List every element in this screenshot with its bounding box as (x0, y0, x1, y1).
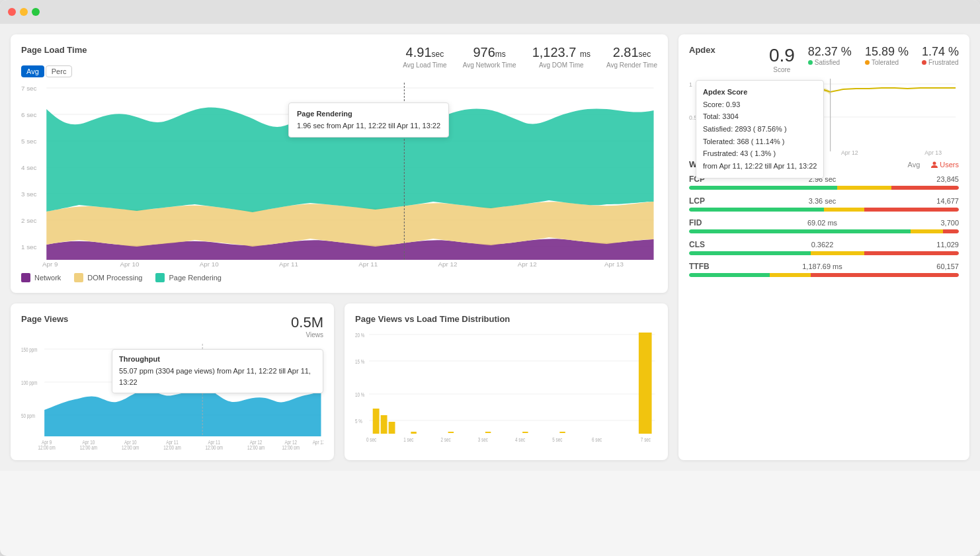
svg-text:12:00 am: 12:00 am (247, 444, 265, 450)
svg-text:12:00 pm: 12:00 pm (36, 267, 63, 268)
avg-load-stat: 4.91sec Avg Load Time (403, 45, 447, 69)
wv-users-fid: 3,700 (929, 219, 959, 227)
apdex-tolerated-block: 15.89 % Tolerated (865, 45, 909, 66)
apdex-satisfied-label: Satisfied (808, 59, 852, 66)
pv-header: Page Views 0.5M Views (21, 314, 323, 338)
close-button[interactable] (8, 8, 16, 16)
apdex-tooltip-frustrated: Frustrated: 43 ( 1.3% ) (703, 147, 817, 160)
browser-window: Page Load Time Avg Perc 4.91sec Avg Load… (0, 0, 980, 556)
wv-yellow-cls (811, 251, 865, 255)
svg-text:4 sec: 4 sec (21, 164, 37, 171)
wv-bar-cls (689, 251, 959, 255)
avg-button[interactable]: Avg (21, 65, 44, 77)
distribution-card: Page Views vs Load Time Distribution 20 … (345, 303, 668, 460)
apdex-satisfied-value: 82.37 % (808, 45, 852, 59)
svg-text:3 sec: 3 sec (478, 436, 488, 443)
svg-text:100 ppm: 100 ppm (21, 379, 38, 386)
wv-green-ttfb (689, 273, 770, 277)
avg-load-value: 4.91sec (403, 45, 447, 60)
apdex-tooltip-satisfied: Satisfied: 2893 ( 87.56% ) (703, 123, 817, 136)
apdex-frustrated-value: 1.74 % (922, 45, 959, 59)
svg-text:12:00 pm: 12:00 pm (122, 444, 139, 450)
svg-text:Apr 10: Apr 10 (200, 260, 219, 267)
wv-red-lcp (864, 208, 959, 212)
maximize-button[interactable] (32, 8, 40, 16)
perc-button[interactable]: Perc (46, 65, 73, 77)
svg-text:15 %: 15 % (355, 358, 364, 365)
wv-value-cls: 0.3622 (811, 241, 834, 249)
svg-text:20 %: 20 % (355, 332, 364, 338)
svg-text:12:00 pm: 12:00 pm (514, 267, 541, 268)
plt-title-area: Page Load Time Avg Perc (21, 45, 87, 77)
network-color-dot (21, 273, 30, 282)
svg-text:2 sec: 2 sec (21, 217, 37, 223)
page-views-chart: 150 ppm 100 ppm 50 ppm (21, 344, 323, 450)
apdex-frustrated-block: 1.74 % Frustrated (922, 45, 959, 66)
svg-text:Apr 9: Apr 9 (42, 260, 58, 267)
plt-stats: 4.91sec Avg Load Time 976ms Avg Network … (403, 45, 657, 69)
apdex-tooltip: Apdex Score Score: 0.93 Total: 3304 Sati… (696, 80, 824, 179)
svg-text:Apr 13: Apr 13 (313, 439, 323, 446)
wv-red-fcp (891, 186, 959, 190)
svg-text:12:00 pm: 12:00 pm (282, 444, 300, 450)
web-vitals-rows: FCP 2.96 sec 23,845 LCP 3.36 sec 14,677 (689, 175, 959, 277)
bottom-row: Page Views 0.5M Views 150 ppm 100 ppm 50… (11, 303, 668, 460)
svg-text:5 %: 5 % (355, 418, 362, 424)
svg-rect-76 (485, 432, 491, 433)
svg-text:Apr 13: Apr 13 (924, 149, 942, 156)
avg-dom-value: 1,123.7 ms (532, 45, 591, 60)
svg-text:2 sec: 2 sec (441, 436, 451, 443)
avg-render-label: Avg Render Time (606, 61, 657, 69)
apdex-frustrated-label: Frustrated (922, 59, 959, 66)
wv-header-right: Avg Users (908, 161, 960, 169)
apdex-stats: 0.9 Score 82.37 % Satisfied 15.89 % (769, 45, 959, 73)
distribution-svg: 20 % 15 % 10 % 5 % (355, 329, 657, 448)
apdex-tooltip-score: Score: 0.93 (703, 99, 817, 111)
avg-render-stat: 2.81sec Avg Render Time (606, 45, 657, 69)
svg-text:Apr 11: Apr 11 (279, 260, 298, 267)
pv-total-value: 0.5M (291, 314, 323, 331)
wv-row-cls: CLS 0.3622 11,029 (689, 240, 959, 255)
svg-text:12:00 pm: 12:00 pm (38, 444, 55, 450)
svg-text:1 sec: 1 sec (21, 243, 37, 250)
wv-users-lcp: 14,677 (929, 197, 959, 205)
wv-users-ttfb: 60,157 (929, 262, 959, 270)
apdex-score-block: 0.9 Score (769, 45, 795, 73)
svg-text:10 %: 10 % (355, 391, 364, 398)
page-views-card: Page Views 0.5M Views 150 ppm 100 ppm 50… (11, 303, 334, 460)
apdex-tooltip-title: Apdex Score (703, 86, 817, 99)
wv-name-ttfb: TTFB (689, 262, 715, 271)
apdex-title: Apdex (689, 45, 715, 55)
wv-users-fcp: 23,845 (929, 175, 959, 183)
svg-rect-77 (522, 432, 528, 433)
avg-dom-label: Avg DOM Time (532, 61, 591, 69)
wv-users-label: Users (930, 161, 959, 169)
svg-text:1: 1 (689, 81, 692, 88)
wv-yellow-ttfb (770, 273, 810, 277)
minimize-button[interactable] (20, 8, 28, 16)
plt-header: Page Load Time Avg Perc 4.91sec Avg Load… (21, 45, 657, 77)
svg-rect-79 (639, 333, 652, 434)
wv-name-lcp: LCP (689, 196, 715, 206)
render-label: Page Rendering (169, 274, 222, 282)
svg-text:Apr 11: Apr 11 (358, 260, 378, 267)
users-icon (930, 161, 938, 169)
wv-yellow-fid (911, 229, 943, 233)
svg-text:Apr 12: Apr 12 (841, 149, 858, 156)
svg-text:12:00 pm: 12:00 pm (206, 444, 223, 450)
tolerated-dot (865, 60, 870, 65)
svg-text:1 sec: 1 sec (403, 436, 413, 443)
dom-color-dot (74, 273, 83, 282)
wv-red-fid (943, 229, 959, 233)
svg-rect-73 (389, 422, 395, 434)
apdex-card: Apdex 0.9 Score 82.37 % Satisfied (678, 34, 969, 460)
apdex-header: Apdex 0.9 Score 82.37 % Satisfied (689, 45, 959, 73)
svg-rect-72 (381, 415, 388, 434)
legend-render: Page Rendering (155, 273, 222, 282)
avg-network-label: Avg Network Time (463, 61, 516, 69)
page-load-chart: 7 sec 6 sec 5 sec 4 sec 3 sec 2 sec 1 se… (21, 83, 657, 268)
svg-text:Apr 12: Apr 12 (438, 260, 458, 267)
svg-text:7 sec: 7 sec (641, 436, 651, 443)
wv-users-cls: 11,029 (929, 241, 959, 249)
svg-text:12:00 am: 12:00 am (80, 444, 97, 450)
